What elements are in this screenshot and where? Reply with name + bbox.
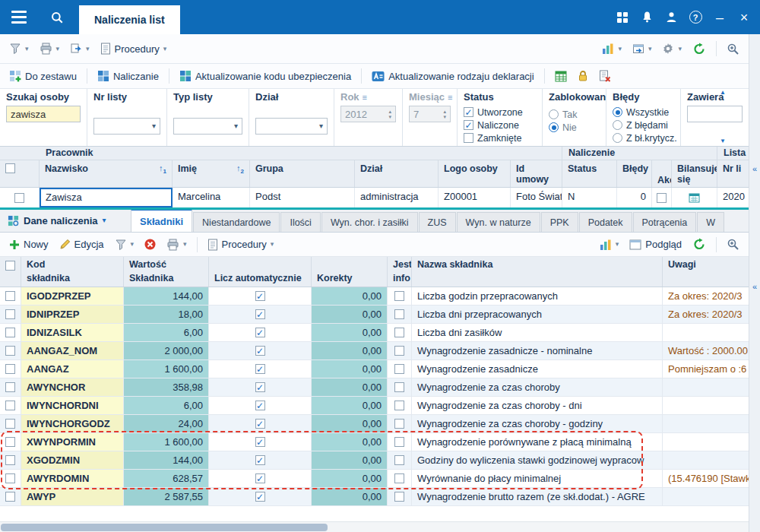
radio-option-wszystkie[interactable]: Wszystkie: [613, 106, 674, 119]
auto-calc-cell[interactable]: [209, 360, 312, 378]
row-checkbox[interactable]: [5, 455, 15, 465]
info-cell[interactable]: [388, 451, 412, 469]
auto-calc-checkbox[interactable]: [255, 419, 265, 429]
expand-panel-button[interactable]: «: [749, 165, 760, 173]
collapse-up-button[interactable]: ▲: [720, 90, 726, 96]
settings-menu-button[interactable]: ▾: [657, 40, 686, 57]
auto-calc-cell[interactable]: [209, 415, 312, 432]
auto-calc-checkbox[interactable]: [255, 346, 265, 356]
info-cell[interactable]: [388, 378, 412, 396]
podglad-button[interactable]: Podgląd: [625, 236, 686, 252]
row-checkbox[interactable]: [5, 382, 15, 392]
tab-wyn-w-naturze[interactable]: Wyn. w naturze: [457, 212, 540, 232]
select-all-checkbox[interactable]: [5, 261, 15, 271]
correction-cell[interactable]: 0,00: [312, 433, 388, 451]
apps-grid-button[interactable]: [613, 8, 632, 27]
tab-podatek[interactable]: Podatek: [579, 212, 632, 232]
col-grupa[interactable]: Grupa: [250, 160, 355, 187]
miesiac-spinner[interactable]: 7 ▴▾: [409, 106, 451, 122]
info-checkbox[interactable]: [394, 328, 404, 337]
correction-cell[interactable]: 0,00: [312, 378, 388, 396]
component-row-aangaz[interactable]: AANGAZ1 600,000,00Wynagrodzenie zasadnic…: [0, 360, 749, 378]
row-select-cell[interactable]: [0, 488, 21, 505]
row-checkbox[interactable]: [5, 473, 15, 483]
employee-row[interactable]: Zawisza Marcelina Podst administracja Z0…: [0, 188, 749, 207]
aktualizowanie-rodzaju-button[interactable]: Aktualizowanie rodzaju deklaracji: [367, 68, 539, 84]
auto-calc-checkbox[interactable]: [255, 455, 265, 465]
correction-cell[interactable]: 0,00: [312, 287, 388, 305]
tab-ilości[interactable]: Ilości: [280, 212, 320, 232]
info-checkbox[interactable]: [394, 437, 404, 447]
cell-status[interactable]: N: [562, 188, 617, 207]
correction-cell[interactable]: 0,00: [312, 360, 388, 378]
component-value-cell[interactable]: 18,00: [124, 306, 209, 323]
detail-filter-button[interactable]: ▾: [110, 236, 139, 253]
info-cell[interactable]: [388, 287, 412, 305]
component-value-cell[interactable]: 358,98: [124, 378, 209, 396]
col-akc[interactable]: Akc: [652, 160, 672, 187]
component-value-cell[interactable]: 1 600,00: [124, 360, 209, 378]
checkbox-option-zamknięte[interactable]: Zamknięte: [464, 131, 536, 144]
auto-calc-checkbox[interactable]: [255, 291, 265, 301]
auto-calc-cell[interactable]: [209, 324, 312, 341]
detail-refresh-button[interactable]: [688, 236, 711, 253]
auto-calc-cell[interactable]: [209, 433, 312, 451]
component-row-iwynchorgodz[interactable]: IWYNCHORGODZ24,000,00Wynagrodzenie za cz…: [0, 415, 749, 433]
info-checkbox[interactable]: [394, 492, 404, 502]
component-code-cell[interactable]: AANGAZ: [21, 360, 124, 378]
auto-calc-cell[interactable]: [209, 287, 312, 305]
correction-cell[interactable]: 0,00: [312, 397, 388, 414]
row-select-cell[interactable]: [0, 324, 21, 341]
info-checkbox[interactable]: [394, 346, 404, 356]
lock-button[interactable]: [573, 68, 593, 84]
component-row-iwynchordni[interactable]: IWYNCHORDNI6,000,00Wynagrodzenie za czas…: [0, 397, 749, 415]
cell-nazwisko[interactable]: Zawisza: [40, 188, 173, 207]
cell-grupa[interactable]: Podst: [250, 188, 355, 207]
delete-button[interactable]: [140, 236, 160, 252]
export-menu-button[interactable]: ▾: [628, 40, 657, 57]
component-code-cell[interactable]: AWYRDOMIN: [21, 470, 124, 487]
timesheet-button[interactable]: [550, 68, 572, 84]
auto-calc-cell[interactable]: [209, 397, 312, 414]
radio-option-z-bł-krytycz-[interactable]: Z bł.krytycz.: [613, 131, 674, 144]
tab-w[interactable]: W: [697, 212, 724, 232]
cell-imie[interactable]: Marcelina: [173, 188, 250, 207]
row-select-cell[interactable]: [0, 451, 21, 469]
row-checkbox[interactable]: [5, 437, 15, 447]
zawiera-input[interactable]: [687, 106, 743, 122]
component-value-cell[interactable]: 24,00: [124, 415, 209, 432]
cell-bledy[interactable]: 0: [617, 188, 652, 207]
select-all-checkbox[interactable]: [5, 163, 15, 173]
info-cell[interactable]: [388, 360, 412, 378]
procedury-menu-button[interactable]: Procedury ▾: [96, 40, 172, 57]
component-code-cell[interactable]: IWYNCHORDNI: [21, 397, 124, 414]
col-bledy[interactable]: Błędy: [617, 160, 652, 187]
cell-dzial[interactable]: administracja: [355, 188, 439, 207]
col-nazwisko[interactable]: Nazwisko ↑1: [40, 160, 173, 187]
component-value-cell[interactable]: 6,00: [124, 324, 209, 341]
radio-option-z-błędami[interactable]: Z błędami: [613, 119, 674, 131]
cancel-declaration-button[interactable]: [594, 68, 616, 84]
tab-zus[interactable]: ZUS: [419, 212, 456, 232]
row-checkbox[interactable]: [5, 346, 15, 356]
correction-cell[interactable]: 0,00: [312, 342, 388, 359]
nowy-button[interactable]: Nowy: [5, 236, 53, 252]
auto-calc-checkbox[interactable]: [255, 401, 265, 410]
component-row-awynchor[interactable]: AWYNCHOR358,980,00Wynagrodzenie za czas …: [0, 378, 749, 397]
col-id-umowy[interactable]: Id umowy: [511, 160, 562, 187]
component-row-idnizasilk[interactable]: IDNIZASILK6,000,00Liczba dni zasiłków: [0, 324, 749, 342]
col-korekty[interactable]: Korekty: [312, 257, 388, 287]
radio-option-tak[interactable]: Tak: [549, 108, 600, 121]
col-imie[interactable]: Imię ↑2: [173, 160, 250, 187]
info-checkbox[interactable]: [394, 364, 404, 374]
component-code-cell[interactable]: AANGAZ_NOM: [21, 342, 124, 359]
component-value-cell[interactable]: 144,00: [124, 451, 209, 469]
auto-calc-checkbox[interactable]: [255, 492, 265, 502]
info-checkbox[interactable]: [394, 473, 404, 483]
component-code-cell[interactable]: AWYNCHOR: [21, 378, 124, 396]
info-checkbox[interactable]: [394, 309, 404, 319]
row-checkbox[interactable]: [5, 401, 15, 410]
component-row-idniprzep[interactable]: IDNIPRZEP18,000,00Liczba dni przepracowa…: [0, 306, 749, 324]
component-value-cell[interactable]: 6,00: [124, 397, 209, 414]
radio-option-nie[interactable]: Nie: [549, 121, 600, 134]
